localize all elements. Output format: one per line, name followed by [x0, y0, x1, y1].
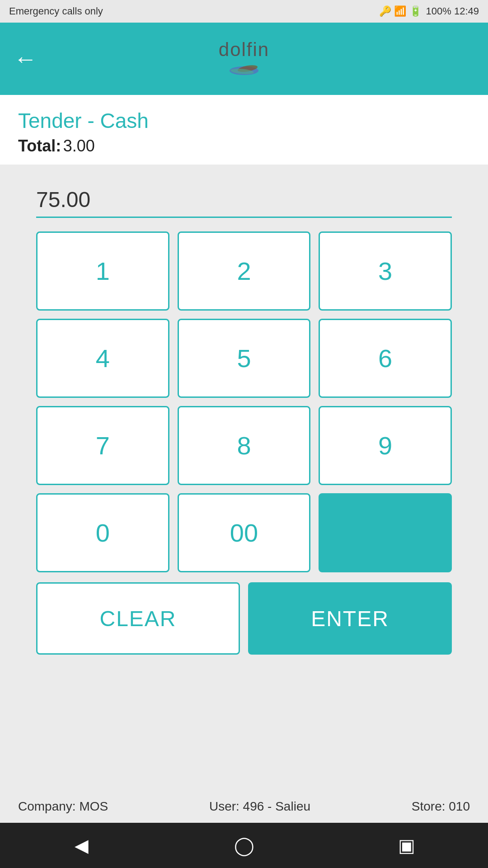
- back-button[interactable]: ←: [14, 45, 37, 72]
- nav-back-icon[interactable]: ◀: [63, 827, 99, 863]
- logo-text: dolfin: [219, 39, 269, 61]
- page-content: Tender - Cash Total: 3.00: [0, 95, 488, 165]
- logo-container: dolfin: [219, 39, 269, 79]
- total-label: Total:: [18, 137, 61, 155]
- total-value: 3.00: [63, 137, 95, 155]
- status-bar: Emergency calls only 🔑 📶 🔋 100% 12:49: [0, 0, 488, 23]
- logo-icon: [226, 61, 262, 79]
- enter-button[interactable]: ENTER: [248, 582, 452, 655]
- status-bar-left: Emergency calls only: [9, 5, 103, 17]
- footer-info: Company: MOS User: 496 - Salieu Store: 0…: [0, 790, 488, 823]
- page-title: Tender - Cash: [18, 108, 470, 133]
- footer-user: User: 496 - Salieu: [209, 799, 310, 814]
- numpad-grid: 1 2 3 4 5 6 7 8 9 0 00: [36, 231, 452, 572]
- status-bar-icons: 🔑 📶 🔋: [379, 5, 421, 17]
- amount-input[interactable]: [36, 183, 452, 218]
- btn-5[interactable]: 5: [178, 319, 311, 398]
- btn-0[interactable]: 0: [36, 493, 169, 572]
- nav-recent-icon[interactable]: ▣: [389, 827, 425, 863]
- btn-1[interactable]: 1: [36, 231, 169, 311]
- btn-9[interactable]: 9: [319, 406, 452, 485]
- btn-3[interactable]: 3: [319, 231, 452, 311]
- nav-home-icon[interactable]: ◯: [226, 827, 262, 863]
- amount-input-container: [36, 183, 452, 218]
- btn-7[interactable]: 7: [36, 406, 169, 485]
- nav-bar: ◀ ◯ ▣: [0, 823, 488, 868]
- total-row: Total: 3.00: [18, 137, 470, 156]
- action-buttons: CLEAR ENTER: [36, 582, 452, 655]
- btn-8[interactable]: 8: [178, 406, 311, 485]
- status-bar-time: 100% 12:49: [426, 5, 479, 17]
- btn-4[interactable]: 4: [36, 319, 169, 398]
- app-header: ← dolfin: [0, 23, 488, 95]
- numpad-area: 1 2 3 4 5 6 7 8 9 0 00 CLEAR ENTER: [0, 165, 488, 790]
- footer-store: Store: 010: [412, 799, 470, 814]
- clear-button[interactable]: CLEAR: [36, 582, 240, 655]
- btn-2[interactable]: 2: [178, 231, 311, 311]
- footer-company: Company: MOS: [18, 799, 108, 814]
- status-bar-right: 🔑 📶 🔋 100% 12:49: [379, 5, 479, 17]
- btn-6[interactable]: 6: [319, 319, 452, 398]
- btn-dot[interactable]: [319, 493, 452, 572]
- btn-00[interactable]: 00: [178, 493, 311, 572]
